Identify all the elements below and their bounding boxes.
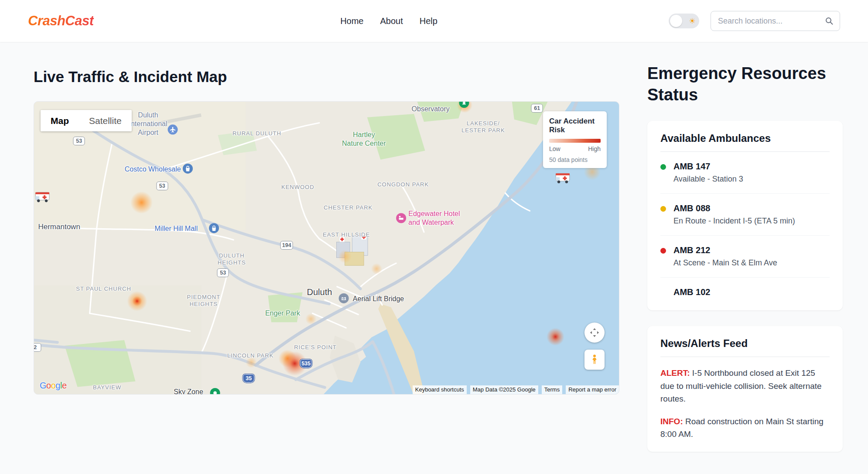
toggle-knob — [670, 15, 682, 27]
search-bar — [711, 11, 840, 31]
app-logo[interactable]: CrashCast — [28, 13, 94, 29]
ambulance-row: AMB 212 At Scene - Main St & Elm Ave — [660, 236, 830, 278]
page-content: Live Traffic & Incident Map — [0, 42, 868, 452]
status-dot-atscene — [660, 248, 666, 254]
legend-low-label: Low — [549, 145, 560, 152]
hospital-icon — [361, 234, 367, 240]
ambulance-row: AMB 147 Available - Station 3 — [660, 152, 830, 194]
risk-gradient-bar — [549, 139, 601, 143]
news-info-item: INFO: Road construction on Main St start… — [660, 415, 830, 441]
ambulance-id: AMB 147 — [673, 161, 743, 172]
ambulance-id: AMB 088 — [673, 203, 795, 213]
ambulances-card: Available Ambulances AMB 147 Available -… — [647, 121, 843, 310]
sun-icon: ☀ — [689, 17, 696, 25]
map-attribution: Keyboard shortcuts Map Data ©2025 Google… — [413, 385, 619, 394]
ambulance-status: En Route - Incident I-5 (ETA 5 min) — [673, 216, 795, 226]
google-logo[interactable]: Google — [40, 381, 67, 391]
news-alert-item: ALERT: I-5 Northbound closed at Exit 125… — [660, 367, 830, 405]
pan-arrows-icon — [589, 327, 600, 338]
news-card-title: News/Alerts Feed — [660, 337, 830, 357]
map-view-button[interactable]: Map — [41, 110, 79, 131]
ambulance-status: At Scene - Main St & Elm Ave — [673, 258, 777, 268]
shopping-icon — [209, 223, 219, 233]
ambulance-row: AMB 102 — [660, 278, 830, 299]
ambulance-id: AMB 212 — [673, 245, 777, 255]
satellite-view-button[interactable]: Satellite — [79, 110, 132, 131]
hotel-icon — [396, 213, 406, 223]
pan-control[interactable] — [584, 323, 605, 343]
news-tag-info: INFO: — [660, 417, 683, 426]
main-nav: Home About Help — [340, 16, 437, 26]
bridge-icon — [339, 293, 349, 303]
keyboard-shortcuts-link[interactable]: Keyboard shortcuts — [413, 385, 467, 394]
report-map-error-link[interactable]: Report a map error — [566, 385, 619, 394]
ambulances-card-title: Available Ambulances — [660, 132, 830, 152]
page-title: Live Traffic & Incident Map — [34, 68, 619, 86]
map-canvas — [34, 102, 619, 394]
news-tag-alert: ALERT: — [660, 368, 690, 378]
header-right: ☀ — [669, 11, 840, 31]
traffic-map[interactable]: Duluth International Airport RURAL DULUT… — [34, 101, 619, 395]
map-column: Live Traffic & Incident Map — [34, 42, 619, 452]
app-header: CrashCast Home About Help ☀ — [0, 0, 868, 42]
legend-title: Car Accident Risk — [549, 117, 601, 134]
status-dot-enroute — [660, 206, 666, 212]
resources-sidebar: Emergency Resources Status Available Amb… — [647, 42, 843, 452]
ambulance-status: Available - Station 3 — [673, 175, 743, 184]
news-text: Road construction on Main St starting 8:… — [660, 417, 824, 439]
legend-high-label: High — [588, 145, 601, 152]
status-dot-none — [660, 290, 666, 295]
map-data-copyright: Map Data ©2025 Google — [470, 385, 538, 394]
airport-icon — [168, 124, 178, 134]
nav-help[interactable]: Help — [420, 16, 437, 26]
search-icon — [825, 17, 834, 25]
ambulance-row: AMB 088 En Route - Incident I-5 (ETA 5 m… — [660, 194, 830, 236]
risk-legend: Car Accident Risk Low High 50 data point… — [543, 111, 607, 168]
news-card: News/Alerts Feed ALERT: I-5 Northbound c… — [647, 326, 843, 452]
search-button[interactable] — [819, 11, 840, 31]
legend-data-points: 50 data points — [549, 156, 601, 163]
terms-link[interactable]: Terms — [542, 385, 562, 394]
map-type-control: Map Satellite — [41, 110, 132, 131]
nav-about[interactable]: About — [380, 16, 403, 26]
hospital-icon — [339, 237, 345, 242]
theme-toggle[interactable]: ☀ — [669, 14, 699, 28]
status-dot-available — [660, 164, 666, 170]
shopping-icon — [183, 164, 193, 174]
pegman-icon — [589, 354, 600, 365]
search-input[interactable] — [711, 17, 819, 26]
sidebar-title: Emergency Resources Status — [647, 63, 843, 105]
ambulance-id: AMB 102 — [673, 287, 710, 297]
street-view-pegman[interactable] — [584, 350, 605, 370]
nav-home[interactable]: Home — [340, 16, 363, 26]
